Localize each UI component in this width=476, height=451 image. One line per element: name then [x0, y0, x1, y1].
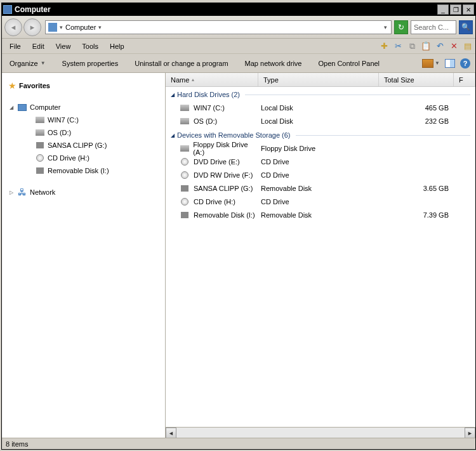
sort-ascending-icon: ▴ [192, 77, 194, 82]
item-type: Removable Disk [258, 185, 379, 192]
explorer-window: Computer _ ❐ ✕ ◄ ► ▾ Computer ▾ ▾ ↻ Sear… [1, 3, 476, 450]
restore-button[interactable]: ❐ [450, 4, 461, 15]
paste-icon[interactable]: 📋 [421, 41, 431, 51]
tree-item-drive[interactable]: ▷SANSA CLIPP (G:) [2, 139, 165, 152]
tree-item-drive[interactable]: ▷WIN7 (C:) [2, 114, 165, 126]
preview-pane-button[interactable] [445, 59, 455, 68]
titlebar[interactable]: Computer _ ❐ ✕ [2, 3, 475, 16]
removable-disk-icon [35, 166, 45, 176]
cd-icon [180, 157, 190, 167]
list-item[interactable]: DVD RW Drive (F:)CD Drive [166, 168, 475, 181]
item-name: SANSA CLIPP (G:) [194, 185, 253, 192]
list-item[interactable]: WIN7 (C:)Local Disk465 GB [166, 101, 475, 114]
item-name: WIN7 (C:) [194, 104, 225, 112]
column-header-type[interactable]: Type [258, 73, 379, 86]
close-button[interactable]: ✕ [463, 4, 474, 15]
tree-item-drive[interactable]: ▷OS (D:) [2, 126, 165, 139]
properties-icon[interactable]: ▤ [463, 41, 473, 51]
refresh-button[interactable]: ↻ [394, 20, 408, 34]
search-button[interactable]: 🔍 [459, 20, 473, 34]
change-view-button[interactable]: ▼ [422, 59, 440, 68]
computer-icon [48, 23, 57, 32]
menu-tools[interactable]: Tools [77, 41, 103, 52]
cut-icon[interactable]: ✂ [393, 41, 403, 51]
item-size: 3.65 GB [379, 185, 454, 192]
menu-view[interactable]: View [51, 41, 76, 52]
menu-edit[interactable]: Edit [27, 41, 50, 52]
tree-label: Network [30, 188, 55, 196]
item-name: CD Drive (H:) [194, 198, 235, 206]
list-item[interactable]: CD Drive (H:)CD Drive [166, 195, 475, 208]
scroll-right-button[interactable]: ► [465, 428, 475, 438]
item-name: DVD Drive (E:) [194, 158, 240, 166]
tree-item-drive[interactable]: ▷Removable Disk (I:) [2, 164, 165, 177]
hdd-icon [180, 116, 190, 126]
collapse-icon[interactable]: ◢ [171, 92, 175, 98]
column-header-free[interactable]: F [454, 73, 475, 86]
tree-label: CD Drive (H:) [48, 154, 89, 162]
uninstall-program-button[interactable]: Uninstall or change a program [132, 58, 230, 69]
list-item[interactable]: Removable Disk (I:)Removable Disk7.39 GB [166, 208, 475, 221]
group-header[interactable]: ◢Hard Disk Drives (2) [166, 87, 475, 101]
breadcrumb-dropdown-icon[interactable]: ▾ [60, 24, 63, 30]
help-button[interactable]: ? [460, 58, 470, 69]
file-list-pane: Name ▴ Type Total Size F ◢Hard Disk Driv… [166, 73, 475, 438]
back-button[interactable]: ◄ [4, 18, 22, 36]
map-network-drive-button[interactable]: Map network drive [242, 58, 305, 69]
forward-button[interactable]: ► [23, 18, 41, 36]
removable-disk-icon [180, 210, 190, 220]
favorites-header[interactable]: ★ Favorites [2, 78, 165, 93]
tree-item-computer[interactable]: ◢ Computer [2, 101, 165, 114]
open-control-panel-button[interactable]: Open Control Panel [315, 58, 382, 69]
list-item[interactable]: OS (D:)Local Disk232 GB [166, 114, 475, 127]
item-size: 7.39 GB [379, 211, 454, 219]
new-folder-icon[interactable]: ✚ [379, 41, 389, 51]
item-type: Floppy Disk Drive [258, 145, 379, 152]
scroll-left-button[interactable]: ◄ [166, 428, 176, 438]
app-icon [3, 5, 12, 14]
copy-icon[interactable]: ⧉ [407, 41, 417, 51]
horizontal-scrollbar[interactable]: ◄ ► [166, 427, 475, 438]
column-header-name[interactable]: Name ▴ [166, 73, 258, 86]
window-title: Computer [15, 5, 437, 14]
breadcrumb[interactable]: Computer [65, 23, 96, 31]
group-title: Devices with Removable Storage (6) [177, 131, 291, 139]
address-history-dropdown-icon[interactable]: ▾ [384, 24, 387, 30]
scroll-track[interactable] [176, 428, 465, 438]
undo-icon[interactable]: ↶ [435, 41, 445, 51]
removable-disk-icon [180, 183, 190, 193]
list-item[interactable]: DVD Drive (E:)CD Drive [166, 155, 475, 168]
column-header-size[interactable]: Total Size [379, 73, 454, 86]
item-name: Removable Disk (I:) [194, 211, 255, 219]
delete-icon[interactable]: ✕ [449, 41, 459, 51]
group-header[interactable]: ◢Devices with Removable Storage (6) [166, 127, 475, 141]
menu-file[interactable]: File [4, 41, 26, 52]
status-bar: 8 items [2, 438, 475, 449]
organize-button[interactable]: Organize ▼ [7, 58, 48, 69]
system-properties-button[interactable]: System properties [60, 58, 121, 69]
expand-icon[interactable]: ▷ [8, 190, 15, 195]
item-size: 232 GB [379, 117, 454, 125]
expand-icon[interactable]: ◢ [8, 105, 15, 110]
cd-icon [180, 170, 190, 180]
list-item[interactable]: SANSA CLIPP (G:)Removable Disk3.65 GB [166, 181, 475, 195]
divider [296, 135, 470, 136]
item-name: DVD RW Drive (F:) [194, 171, 253, 179]
address-bar[interactable]: ▾ Computer ▾ ▾ [45, 20, 392, 34]
star-icon: ★ [8, 81, 17, 91]
minimize-button[interactable]: _ [437, 4, 449, 15]
menu-help[interactable]: Help [105, 41, 129, 52]
breadcrumb-dropdown-icon[interactable]: ▾ [98, 24, 102, 30]
item-type: CD Drive [258, 158, 379, 166]
collapse-icon[interactable]: ◢ [171, 133, 175, 138]
list-item[interactable]: Floppy Disk Drive (A:)Floppy Disk Drive [166, 141, 475, 155]
item-type: Local Disk [258, 117, 379, 125]
tree-item-network[interactable]: ▷ 🖧 Network [2, 186, 165, 199]
divider [245, 95, 470, 95]
search-input[interactable]: Search C... [411, 20, 456, 34]
hdd-icon [180, 103, 190, 113]
tree-label: Computer [30, 103, 60, 111]
favorites-label: Favorites [19, 82, 50, 89]
item-name: Floppy Disk Drive (A:) [193, 141, 258, 156]
tree-item-drive[interactable]: ▷CD Drive (H:) [2, 152, 165, 164]
